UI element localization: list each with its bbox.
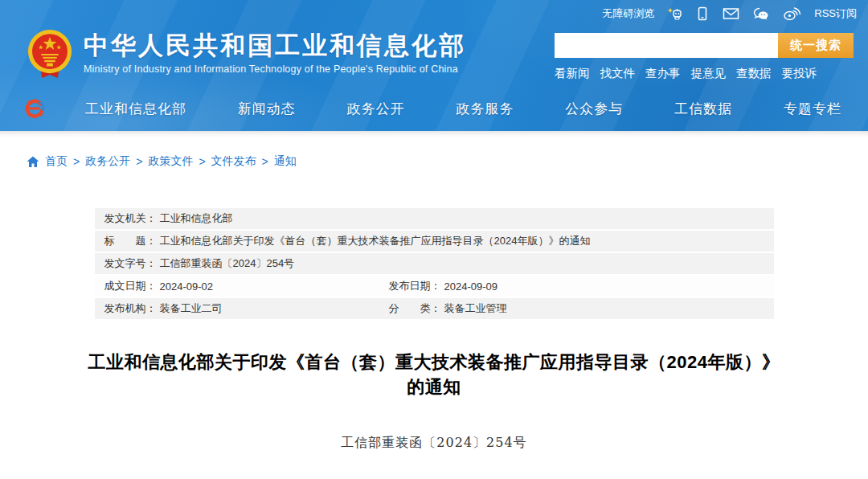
meta-value: 2024-09-02: [160, 280, 214, 293]
breadcrumb-separator: >: [199, 155, 205, 168]
document-metadata-table: 发文机关： 工业和信息化部 标 题： 工业和信息化部关于印发《首台（套）重大技术…: [95, 208, 774, 319]
site-title: 中华人民共和国工业和信息化部: [84, 31, 466, 61]
meta-value: 工信部重装函〔2024〕254号: [160, 256, 295, 271]
weibo-icon[interactable]: [783, 6, 800, 21]
breadcrumb-document-release[interactable]: 文件发布: [211, 154, 256, 169]
meta-label: 发布日期：: [389, 279, 441, 293]
accessibility-link[interactable]: 无障碍浏览: [602, 6, 654, 21]
quick-link-documents[interactable]: 找文件: [600, 66, 636, 81]
site-subtitle: Ministry of Industry and Information Tec…: [84, 63, 466, 75]
nav-item-miit[interactable]: 工业和信息化部: [85, 100, 186, 118]
document-title: 工业和信息化部关于印发《首台（套）重大技术装备推广应用指导目录（2024年版）》…: [40, 350, 828, 399]
meta-label: 发文机关：: [104, 211, 157, 226]
meta-value: 工业和信息化部: [160, 211, 233, 226]
meta-label: 成文日期：: [104, 279, 157, 293]
search-input[interactable]: [555, 33, 778, 58]
quick-link-data[interactable]: 查数据: [736, 66, 772, 81]
document-number: 工信部重装函〔2024〕254号: [0, 435, 868, 452]
meta-value: 2024-09-09: [444, 280, 498, 293]
mail-icon[interactable]: [723, 7, 739, 20]
meta-label: 发文字号：: [104, 256, 157, 271]
breadcrumb-separator: >: [136, 155, 142, 168]
document-title-line1: 工业和信息化部关于印发《首台（套）重大技术装备推广应用指导目录（2024年版）》: [40, 350, 828, 375]
breadcrumb-gov-disclosure[interactable]: 政务公开: [85, 154, 130, 169]
miit-e-logo-icon[interactable]: [24, 97, 47, 120]
breadcrumb-current-notice: 通知: [274, 154, 297, 169]
meta-value: 装备工业二司: [160, 301, 223, 316]
robot-assistant-icon[interactable]: [668, 6, 682, 21]
search-area: 统一搜索 看新闻 找文件 查办事 提意见 查数据 要投诉: [555, 33, 854, 81]
breadcrumb-home[interactable]: 首页: [45, 154, 68, 169]
mobile-icon[interactable]: [696, 6, 709, 21]
breadcrumb-separator: >: [262, 155, 268, 168]
nav-item-public-participation[interactable]: 公众参与: [565, 100, 623, 118]
meta-row-dates: 成文日期： 2024-09-02 发布日期： 2024-09-09: [95, 276, 774, 297]
quick-links: 看新闻 找文件 查办事 提意见 查数据 要投诉: [555, 66, 854, 81]
meta-label: 发布机构：: [104, 301, 157, 316]
nav-item-news[interactable]: 新闻动态: [238, 100, 296, 118]
brand-text[interactable]: 中华人民共和国工业和信息化部 Ministry of Industry and …: [84, 27, 466, 75]
meta-label: 标 题：: [104, 234, 157, 248]
quick-link-feedback[interactable]: 提意见: [691, 66, 727, 81]
meta-value: 工业和信息化部关于印发《首台（套）重大技术装备推广应用指导目录（2024年版）》…: [160, 234, 591, 248]
national-emblem-icon: [27, 27, 73, 80]
meta-label: 分 类：: [389, 301, 441, 316]
nav-item-special-topics[interactable]: 专题专栏: [784, 100, 841, 118]
breadcrumb: 首页 > 政务公开 > 政策文件 > 文件发布 > 通知: [0, 131, 868, 169]
nav-items: 工业和信息化部 新闻动态 政务公开 政务服务 公众参与 工信数据 专题专栏: [85, 100, 841, 118]
unified-search-button[interactable]: 统一搜索: [778, 33, 854, 58]
meta-row-issuing-agency: 发文机关： 工业和信息化部: [95, 208, 774, 229]
quick-link-news[interactable]: 看新闻: [555, 66, 590, 81]
meta-row-title: 标 题： 工业和信息化部关于印发《首台（套）重大技术装备推广应用指导目录（202…: [95, 231, 774, 252]
breadcrumb-separator: >: [73, 155, 80, 168]
nav-item-gov-disclosure[interactable]: 政务公开: [347, 100, 405, 118]
meta-value: 装备工业管理: [444, 301, 507, 316]
main-nav: 工业和信息化部 新闻动态 政务公开 政务服务 公众参与 工信数据 专题专栏: [0, 86, 868, 131]
home-icon[interactable]: [27, 156, 39, 168]
site-header: 中华人民共和国工业和信息化部 Ministry of Industry and …: [0, 27, 868, 86]
document-title-line2: 的通知: [40, 375, 828, 399]
site-banner: 无障碍浏览: [0, 0, 868, 131]
quick-link-complaint[interactable]: 要投诉: [782, 66, 817, 81]
page-content: 首页 > 政务公开 > 政策文件 > 文件发布 > 通知 发文机关： 工业和信息…: [0, 131, 868, 479]
wechat-icon[interactable]: [753, 7, 769, 21]
nav-item-miit-data[interactable]: 工信数据: [674, 100, 732, 118]
nav-item-gov-services[interactable]: 政务服务: [456, 100, 514, 118]
breadcrumb-policy-documents[interactable]: 政策文件: [148, 154, 193, 169]
utility-topbar: 无障碍浏览: [0, 0, 868, 27]
meta-row-publisher-category: 发布机构： 装备工业二司 分 类： 装备工业管理: [95, 298, 774, 319]
rss-link[interactable]: RSS订阅: [814, 6, 857, 21]
quick-link-services[interactable]: 查办事: [645, 66, 681, 81]
meta-row-document-number: 发文字号： 工信部重装函〔2024〕254号: [95, 253, 774, 274]
